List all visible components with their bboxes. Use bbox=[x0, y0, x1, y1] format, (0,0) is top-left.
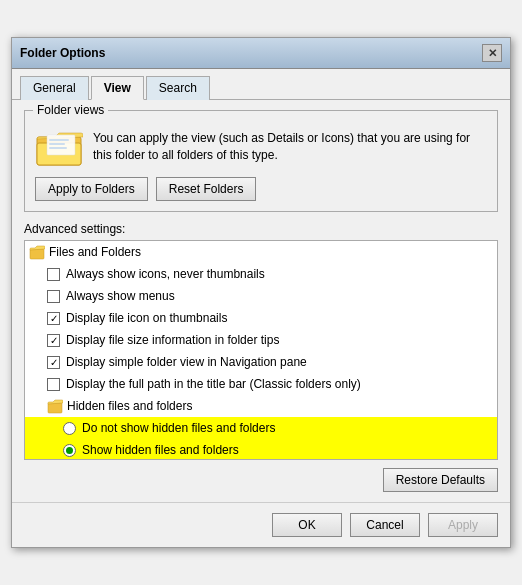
item-label: Do not show hidden files and folders bbox=[82, 419, 275, 437]
tab-search[interactable]: Search bbox=[146, 76, 210, 100]
folder-views-buttons: Apply to Folders Reset Folders bbox=[35, 177, 487, 201]
list-item: ✓ Display file size information in folde… bbox=[25, 329, 497, 351]
category-hidden-files: Hidden files and folders bbox=[25, 395, 497, 417]
hidden-files-icon bbox=[47, 398, 63, 414]
checkbox-always-show-icons[interactable] bbox=[47, 268, 60, 281]
restore-defaults-button[interactable]: Restore Defaults bbox=[383, 468, 498, 492]
checkbox-display-file-icon[interactable]: ✓ bbox=[47, 312, 60, 325]
restore-row: Restore Defaults bbox=[24, 468, 498, 492]
dialog-title: Folder Options bbox=[20, 46, 105, 60]
apply-to-folders-button[interactable]: Apply to Folders bbox=[35, 177, 148, 201]
list-item: ✓ Display file icon on thumbnails bbox=[25, 307, 497, 329]
svg-rect-5 bbox=[49, 147, 67, 149]
category-label: Files and Folders bbox=[49, 243, 141, 261]
checkbox-display-file-size[interactable]: ✓ bbox=[47, 334, 60, 347]
item-label: Show hidden files and folders bbox=[82, 441, 239, 459]
radio-show-hidden[interactable] bbox=[63, 444, 76, 457]
list-item: ✓ Display simple folder view in Navigati… bbox=[25, 351, 497, 373]
list-item-show-hidden: Show hidden files and folders bbox=[25, 439, 497, 460]
checkbox-display-simple-folder[interactable]: ✓ bbox=[47, 356, 60, 369]
list-item: Always show menus bbox=[25, 285, 497, 307]
close-button[interactable]: ✕ bbox=[482, 44, 502, 62]
item-label: Display file size information in folder … bbox=[66, 331, 279, 349]
list-item: Always show icons, never thumbnails bbox=[25, 263, 497, 285]
svg-rect-7 bbox=[48, 403, 62, 413]
svg-rect-4 bbox=[49, 143, 65, 145]
folder-views-group: Folder views You can apply the view (suc… bbox=[24, 110, 498, 212]
reset-folders-button[interactable]: Reset Folders bbox=[156, 177, 257, 201]
folder-options-dialog: Folder Options ✕ General View Search Fol… bbox=[11, 37, 511, 548]
item-label: Display the full path in the title bar (… bbox=[66, 375, 361, 393]
radio-do-not-show-hidden[interactable] bbox=[63, 422, 76, 435]
advanced-settings-list[interactable]: Files and Folders Always show icons, nev… bbox=[24, 240, 498, 460]
folder-views-row: You can apply the view (such as Details … bbox=[35, 125, 487, 169]
category-icon bbox=[29, 244, 45, 260]
item-label: Hidden files and folders bbox=[67, 397, 192, 415]
ok-button[interactable]: OK bbox=[272, 513, 342, 537]
apply-button[interactable]: Apply bbox=[428, 513, 498, 537]
folder-views-legend: Folder views bbox=[33, 103, 108, 117]
folder-views-description: You can apply the view (such as Details … bbox=[93, 130, 487, 164]
checkbox-display-full-path[interactable] bbox=[47, 378, 60, 391]
item-label: Always show menus bbox=[66, 287, 175, 305]
list-item-do-not-show: Do not show hidden files and folders bbox=[25, 417, 497, 439]
list-item: Display the full path in the title bar (… bbox=[25, 373, 497, 395]
item-label: Display simple folder view in Navigation… bbox=[66, 353, 307, 371]
cancel-button[interactable]: Cancel bbox=[350, 513, 420, 537]
tab-general[interactable]: General bbox=[20, 76, 89, 100]
dialog-footer: OK Cancel Apply bbox=[12, 502, 510, 547]
tab-view[interactable]: View bbox=[91, 76, 144, 100]
dialog-content: Folder views You can apply the view (suc… bbox=[12, 100, 510, 502]
svg-rect-6 bbox=[30, 249, 44, 259]
checkbox-always-show-menus[interactable] bbox=[47, 290, 60, 303]
item-label: Always show icons, never thumbnails bbox=[66, 265, 265, 283]
svg-rect-3 bbox=[49, 139, 69, 141]
advanced-settings-label: Advanced settings: bbox=[24, 222, 498, 236]
folder-icon bbox=[35, 125, 83, 169]
item-label: Display file icon on thumbnails bbox=[66, 309, 227, 327]
tab-strip: General View Search bbox=[12, 69, 510, 100]
category-files-and-folders: Files and Folders bbox=[25, 241, 497, 263]
title-bar: Folder Options ✕ bbox=[12, 38, 510, 69]
